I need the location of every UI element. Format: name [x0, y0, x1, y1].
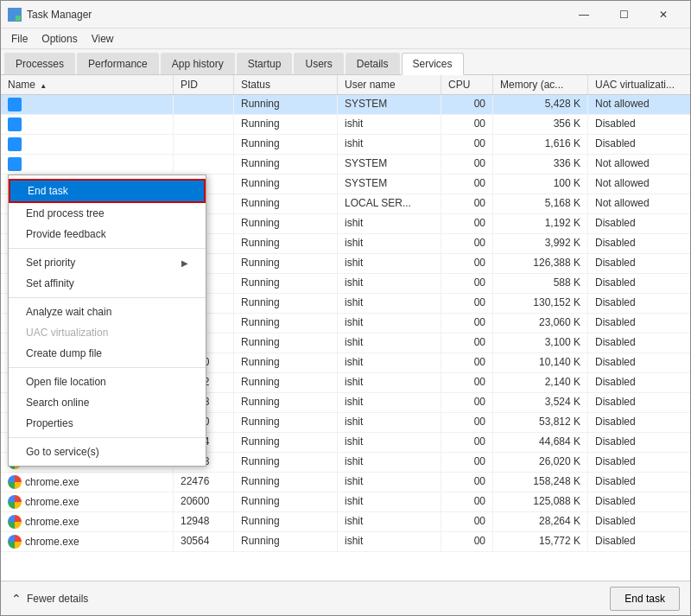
- cell-memory: 130,152 K: [493, 294, 588, 313]
- table-row[interactable]: chrome.exe 22476 Running ishit 00 158,24…: [1, 473, 690, 492]
- tab-performance[interactable]: Performance: [77, 53, 159, 74]
- table-row[interactable]: chrome.exe 30564 Running ishit 00 15,772…: [1, 532, 690, 552]
- cell-status: Running: [234, 254, 338, 273]
- end-task-button[interactable]: End task: [610, 587, 680, 611]
- fewer-details-button[interactable]: ⌃ Fewer details: [11, 592, 88, 606]
- cell-status: Running: [234, 393, 338, 412]
- ctx-open-file-location[interactable]: Open file location: [9, 372, 206, 392]
- close-button[interactable]: ✕: [643, 1, 683, 29]
- ctx-search-online[interactable]: Search online: [9, 392, 206, 413]
- cell-cpu: 00: [441, 214, 493, 233]
- tab-bar: Processes Performance App history Startu…: [1, 49, 690, 75]
- submenu-arrow: ▶: [181, 258, 188, 268]
- cell-user: LOCAL SER...: [338, 194, 441, 213]
- process-icon: [8, 98, 22, 111]
- cell-cpu: 00: [441, 135, 493, 154]
- cell-uac: Disabled: [588, 214, 690, 233]
- cell-cpu: 00: [441, 393, 493, 412]
- tab-startup[interactable]: Startup: [237, 53, 293, 74]
- ctx-create-dump[interactable]: Create dump file: [9, 343, 206, 364]
- col-status[interactable]: Status: [234, 75, 338, 94]
- cell-memory: 356 K: [493, 115, 588, 134]
- cell-status: Running: [234, 333, 338, 352]
- cell-cpu: 00: [441, 115, 493, 134]
- ctx-provide-feedback[interactable]: Provide feedback: [9, 224, 206, 244]
- cell-status: Running: [234, 532, 338, 551]
- cell-memory: 336 K: [493, 155, 588, 174]
- col-uac[interactable]: UAC virtualizati...: [588, 75, 690, 94]
- ctx-set-affinity[interactable]: Set affinity: [9, 273, 206, 294]
- cell-uac: Disabled: [588, 393, 690, 412]
- cell-name: chrome.exe: [1, 492, 174, 511]
- cell-uac: Disabled: [588, 234, 690, 253]
- cell-memory: 5,168 K: [493, 194, 588, 213]
- footer: ⌃ Fewer details End task: [1, 581, 690, 615]
- tab-services[interactable]: Services: [402, 53, 464, 75]
- cell-user: ishit: [338, 353, 441, 372]
- cell-pid: [174, 135, 234, 154]
- menu-options[interactable]: Options: [35, 31, 84, 47]
- cell-user: SYSTEM: [338, 175, 441, 194]
- ctx-properties[interactable]: Properties: [9, 413, 206, 434]
- cell-uac: Disabled: [588, 294, 690, 313]
- ctx-go-to-services[interactable]: Go to service(s): [9, 441, 206, 462]
- menu-view[interactable]: View: [85, 31, 121, 47]
- cell-status: Running: [234, 95, 338, 114]
- cell-user: SYSTEM: [338, 95, 441, 114]
- cell-cpu: 00: [441, 333, 493, 352]
- chrome-icon: [8, 475, 22, 489]
- tab-app-history[interactable]: App history: [161, 53, 235, 74]
- cell-status: Running: [234, 492, 338, 511]
- ctx-separator-2: [9, 297, 206, 298]
- col-name[interactable]: Name ▲: [1, 75, 174, 94]
- col-pid[interactable]: PID: [174, 75, 234, 94]
- cell-uac: Not allowed: [588, 175, 690, 194]
- context-menu: End task End process tree Provide feedba…: [8, 175, 206, 467]
- tab-details[interactable]: Details: [346, 53, 400, 74]
- cell-user: ishit: [338, 413, 441, 432]
- cell-pid: 12948: [174, 512, 234, 531]
- window-controls: — ☐ ✕: [564, 1, 683, 29]
- cell-memory: 15,772 K: [493, 532, 588, 551]
- cell-cpu: 00: [441, 294, 493, 313]
- ctx-separator-3: [9, 367, 206, 368]
- maximize-button[interactable]: ☐: [604, 1, 643, 29]
- ctx-end-process-tree[interactable]: End process tree: [9, 203, 206, 224]
- cell-status: Running: [234, 453, 338, 472]
- cell-status: Running: [234, 473, 338, 492]
- cell-memory: 10,140 K: [493, 353, 588, 372]
- table-row[interactable]: Running SYSTEM 00 336 K Not allowed: [1, 155, 690, 175]
- table-row[interactable]: Running ishit 00 1,616 K Disabled: [1, 135, 690, 155]
- cell-status: Running: [234, 175, 338, 194]
- cell-user: ishit: [338, 314, 441, 333]
- cell-user: ishit: [338, 115, 441, 134]
- cell-memory: 26,020 K: [493, 453, 588, 472]
- table-row[interactable]: Running SYSTEM 00 5,428 K Not allowed: [1, 95, 690, 115]
- cell-user: ishit: [338, 492, 441, 511]
- tab-processes[interactable]: Processes: [4, 53, 75, 74]
- app-icon: [8, 8, 22, 22]
- cell-cpu: 00: [441, 175, 493, 194]
- table-row[interactable]: Running ishit 00 356 K Disabled: [1, 115, 690, 135]
- cell-status: Running: [234, 294, 338, 313]
- table-row[interactable]: chrome.exe 20600 Running ishit 00 125,08…: [1, 492, 690, 512]
- cell-cpu: 00: [441, 274, 493, 293]
- col-memory[interactable]: Memory (ac...: [493, 75, 588, 94]
- menu-file[interactable]: File: [4, 31, 35, 47]
- cell-user: SYSTEM: [338, 155, 441, 174]
- minimize-button[interactable]: —: [564, 1, 604, 29]
- ctx-end-task[interactable]: End task: [9, 179, 206, 203]
- ctx-separator-1: [9, 248, 206, 249]
- cell-cpu: 00: [441, 512, 493, 531]
- cell-uac: Disabled: [588, 274, 690, 293]
- table-row[interactable]: chrome.exe 12948 Running ishit 00 28,264…: [1, 512, 690, 532]
- cell-name: chrome.exe: [1, 473, 174, 492]
- tab-users[interactable]: Users: [294, 53, 343, 74]
- cell-cpu: 00: [441, 453, 493, 472]
- col-user[interactable]: User name: [338, 75, 441, 94]
- cell-status: Running: [234, 135, 338, 154]
- cell-pid: [174, 115, 234, 134]
- ctx-set-priority[interactable]: Set priority ▶: [9, 252, 206, 273]
- col-cpu[interactable]: CPU: [441, 75, 493, 94]
- ctx-analyze-wait-chain[interactable]: Analyze wait chain: [9, 302, 206, 322]
